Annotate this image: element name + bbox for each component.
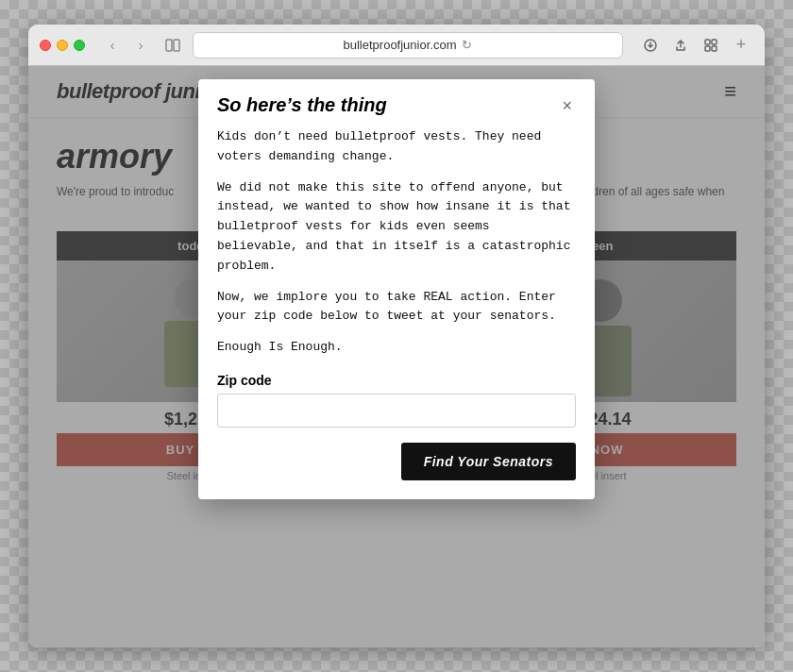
address-bar[interactable]: bulletproofjunior.com ↻ (193, 32, 623, 59)
browser-nav: ‹ › (100, 33, 153, 58)
back-button[interactable]: ‹ (100, 33, 125, 58)
add-tab-button[interactable]: + (729, 33, 753, 58)
modal-paragraph-4: Enough Is Enough. (217, 338, 576, 358)
zip-code-label: Zip code (217, 373, 576, 388)
modal-overlay: So here’s the thing × Kids don’t need bu… (28, 66, 765, 647)
svg-rect-6 (712, 46, 717, 51)
modal-header: So here’s the thing × (198, 79, 595, 127)
find-senators-button[interactable]: Find Your Senators (401, 443, 576, 480)
svg-rect-3 (705, 40, 710, 44)
browser-content: bulletproof junior ≡ armory We're proud … (28, 66, 765, 647)
modal-title: So here’s the thing (217, 94, 387, 116)
minimize-window-button[interactable] (57, 40, 68, 51)
url-text: bulletproofjunior.com (344, 38, 457, 52)
reader-view-button[interactable] (160, 33, 185, 58)
close-window-button[interactable] (40, 40, 51, 51)
refresh-icon[interactable]: ↻ (462, 38, 472, 52)
modal-paragraph-3: Now, we implore you to take REAL action.… (217, 288, 576, 328)
modal-paragraph-1: Kids don’t need bulletproof vests. They … (217, 127, 576, 167)
modal-close-button[interactable]: × (558, 97, 576, 114)
traffic-lights (40, 40, 85, 51)
share-button[interactable] (668, 33, 693, 58)
maximize-window-button[interactable] (74, 40, 85, 51)
browser-titlebar: ‹ › bulletproofjunior.com ↻ (28, 25, 765, 66)
modal-body: Kids don’t need bulletproof vests. They … (198, 127, 595, 499)
new-tab-button[interactable] (699, 33, 723, 58)
svg-rect-5 (705, 46, 710, 51)
modal-footer: Find Your Senators (217, 443, 576, 480)
svg-rect-1 (174, 40, 179, 51)
browser-actions: + (638, 33, 753, 58)
forward-button[interactable]: › (128, 33, 153, 58)
browser-window: ‹ › bulletproofjunior.com ↻ (28, 25, 765, 647)
svg-rect-0 (166, 40, 172, 51)
download-button[interactable] (638, 33, 663, 58)
svg-rect-4 (712, 40, 717, 44)
zip-code-input[interactable] (217, 394, 576, 428)
modal-dialog: So here’s the thing × Kids don’t need bu… (198, 79, 595, 499)
modal-paragraph-2: We did not make this site to offend anyo… (217, 178, 576, 277)
